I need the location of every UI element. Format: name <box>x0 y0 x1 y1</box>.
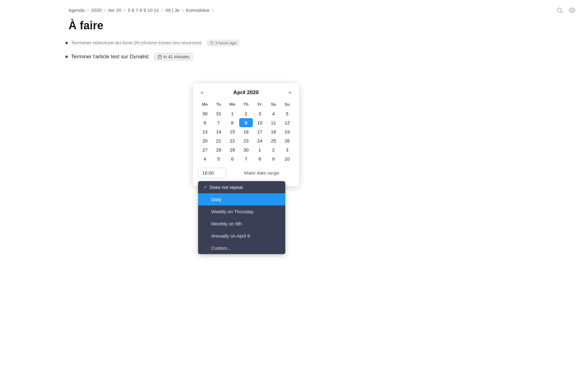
repeat-option-label: Custom... <box>211 245 231 251</box>
calendar-day[interactable]: 18 <box>267 127 280 136</box>
calendar-popup: « April 2020 » MoTuWeThFrSaSu 3031123456… <box>193 84 299 186</box>
calendar-body: 3031123456789101112131415161718192021222… <box>198 109 294 163</box>
calendar-day: 4 <box>198 154 212 163</box>
calendar-day[interactable]: 5 <box>280 109 294 118</box>
svg-line-1 <box>561 12 562 13</box>
search-icon[interactable] <box>556 7 563 15</box>
calendar-day[interactable]: 29 <box>225 145 239 154</box>
calendar-day[interactable]: 15 <box>225 127 239 136</box>
calendar-day[interactable]: 7 <box>212 118 225 127</box>
calendar-day: 3 <box>280 145 294 154</box>
day-header-tu: Tu <box>212 101 225 109</box>
calendar-day[interactable]: 16 <box>239 127 253 136</box>
svg-rect-7 <box>158 55 162 59</box>
calendar-day[interactable]: 24 <box>253 136 267 145</box>
task-text-done[interactable]: Terminer relecture du livre 2h chrono (a… <box>71 40 202 46</box>
task-text-active[interactable]: Terminer l'article test sur Dynalist <box>71 54 149 60</box>
repeat-option[interactable]: Daily <box>198 193 285 205</box>
header-icons <box>556 7 576 15</box>
repeat-option[interactable]: Custom... <box>198 242 285 254</box>
calendar-day: 10 <box>280 154 294 163</box>
calendar-day[interactable]: 22 <box>225 136 239 145</box>
day-header-sa: Sa <box>267 101 280 109</box>
sep2: > <box>103 7 106 13</box>
calendar-day[interactable]: 17 <box>253 127 267 136</box>
breadcrumb-avr20[interactable]: Avr 20 <box>108 7 121 13</box>
breadcrumb-2020[interactable]: 2020 <box>91 7 101 13</box>
calendar-day: 30 <box>198 109 212 118</box>
list-item: Terminer relecture du livre 2h chrono (a… <box>65 40 576 46</box>
calendar-day[interactable]: 19 <box>280 127 294 136</box>
calendar-day[interactable]: 6 <box>198 118 212 127</box>
prev-month-button[interactable]: « <box>198 89 206 96</box>
svg-point-0 <box>557 8 562 12</box>
day-header-su: Su <box>280 101 294 109</box>
calendar-week-row: 6789101112 <box>198 118 294 127</box>
calendar-day[interactable]: 25 <box>267 136 280 145</box>
calendar-day[interactable]: 23 <box>239 136 253 145</box>
breadcrumb: Agenda > 2020 > Avr 20 > 5 6 7 8 9 10 11… <box>0 0 588 17</box>
calendar-day: 2 <box>267 145 280 154</box>
calendar-day[interactable]: 1 <box>225 109 239 118</box>
time-input[interactable] <box>198 168 226 178</box>
day-header-mo: Mo <box>198 101 212 109</box>
list-item: Terminer l'article test sur Dynalist in … <box>65 53 576 60</box>
calendar-day[interactable]: 20 <box>198 136 212 145</box>
calendar-day[interactable]: 3 <box>253 109 267 118</box>
day-header-fr: Fr <box>253 101 267 109</box>
next-month-button[interactable]: » <box>286 89 294 96</box>
calendar-day[interactable]: 8 <box>225 118 239 127</box>
sep3: > <box>123 7 126 13</box>
repeat-option[interactable]: Monthly on 9th <box>198 218 285 230</box>
calendar-day[interactable]: 28 <box>212 145 225 154</box>
svg-point-2 <box>571 9 573 11</box>
calendar-day[interactable]: 12 <box>280 118 294 127</box>
calendar-week-row: 13141516171819 <box>198 127 294 136</box>
day-header-th: Th <box>239 101 253 109</box>
calendar-day[interactable]: 9 <box>239 118 253 127</box>
repeat-option[interactable]: ✓Does not repeat <box>198 181 285 193</box>
calendar-day: 5 <box>212 154 225 163</box>
calendar-day[interactable]: 27 <box>198 145 212 154</box>
date-badge-done[interactable]: 3 hours ago <box>207 40 239 46</box>
calendar-day[interactable]: 2 <box>239 109 253 118</box>
calendar-day[interactable]: 26 <box>280 136 294 145</box>
calendar-day[interactable]: 10 <box>253 118 267 127</box>
repeat-option[interactable]: Annually on April 9 <box>198 230 285 242</box>
calendar-day[interactable]: 11 <box>267 118 280 127</box>
breadcrumb-day[interactable]: 09 | Je <box>165 7 179 13</box>
repeat-dropdown: ✓Does not repeatDailyWeekly on ThursdayM… <box>198 181 285 254</box>
breadcrumb-komodolee[interactable]: Komodolee <box>186 7 210 13</box>
breadcrumb-week[interactable]: 5 6 7 8 9 10 11 <box>128 7 159 13</box>
calendar-day: 7 <box>239 154 253 163</box>
calendar-day: 6 <box>225 154 239 163</box>
calendar-week-row: 303112345 <box>198 109 294 118</box>
breadcrumb-agenda[interactable]: Agenda <box>69 7 85 13</box>
calendar-day[interactable]: 30 <box>239 145 253 154</box>
bullet-icon <box>65 42 68 44</box>
checkmark-icon: ✓ <box>204 185 207 190</box>
page-title: À faire <box>0 17 588 40</box>
repeat-option[interactable]: Weekly on Thursday <box>198 205 285 218</box>
calendar-week-row: 27282930123 <box>198 145 294 154</box>
calendar-day[interactable]: 21 <box>212 136 225 145</box>
calendar-week-row: 20212223242526 <box>198 136 294 145</box>
calendar-title: April 2020 <box>233 89 258 96</box>
calendar-header: « April 2020 » <box>198 89 294 96</box>
calendar-day[interactable]: 4 <box>267 109 280 118</box>
calendar-day[interactable]: 13 <box>198 127 212 136</box>
repeat-option-label: Annually on April 9 <box>211 233 250 239</box>
date-badge-active[interactable]: in 41 minutes <box>154 53 193 60</box>
calendar-day: 31 <box>212 109 225 118</box>
calendar-day[interactable]: 14 <box>212 127 225 136</box>
task-list: Terminer relecture du livre 2h chrono (a… <box>0 40 588 60</box>
done-badge-text: 3 hours ago <box>215 41 237 45</box>
calendar-bottom: Make date range <box>198 168 294 178</box>
sep6: > <box>211 7 214 13</box>
make-date-range-button[interactable]: Make date range <box>229 170 294 176</box>
calendar-week-row: 45678910 <box>198 154 294 163</box>
repeat-option-label: Monthly on 9th <box>211 221 242 226</box>
sep5: > <box>181 7 184 13</box>
sep1: > <box>87 7 89 13</box>
eye-icon[interactable] <box>569 7 576 15</box>
